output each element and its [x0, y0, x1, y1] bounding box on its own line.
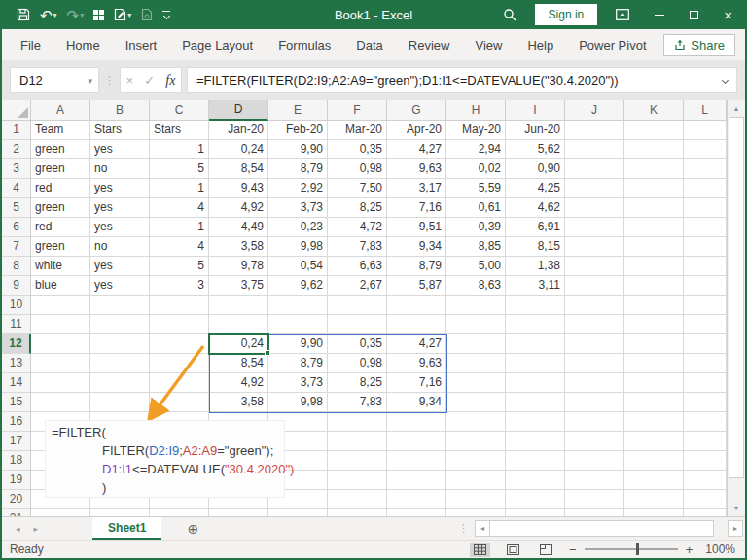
cell-K14[interactable] [624, 373, 684, 393]
cell-K3[interactable] [624, 159, 684, 179]
cell-I19[interactable] [506, 471, 565, 490]
cell-E12[interactable]: 9,90 [268, 334, 328, 354]
cell-H20[interactable] [446, 490, 506, 509]
cell-B6[interactable]: yes [90, 218, 150, 237]
cell-J8[interactable] [565, 257, 624, 276]
cell-L20[interactable] [684, 490, 727, 509]
annotation-arrow[interactable] [138, 341, 216, 429]
sheet-tab-sheet1[interactable]: Sheet1 [92, 517, 161, 540]
tab-help[interactable]: Help [515, 38, 566, 52]
cell-G6[interactable]: 9,51 [387, 218, 446, 237]
tab-splitter-icon[interactable]: ⋮ [458, 522, 469, 535]
row-header-15[interactable]: 15 [2, 393, 31, 412]
cell-A12[interactable] [31, 334, 90, 354]
next-sheet-icon[interactable]: ▸ [34, 524, 39, 534]
cell-F12[interactable]: 0,35 [328, 334, 387, 354]
row-header-11[interactable]: 11 [2, 315, 31, 334]
cell-L12[interactable] [684, 334, 727, 354]
cell-D14[interactable]: 4,92 [209, 373, 268, 393]
normal-view-icon[interactable] [470, 542, 490, 557]
cell-I8[interactable]: 1,38 [506, 257, 565, 276]
cell-I11[interactable] [506, 315, 565, 334]
cell-D12[interactable]: 0,24 [209, 334, 268, 354]
cell-F21[interactable] [328, 509, 387, 516]
cell-I17[interactable] [506, 432, 565, 451]
cell-L6[interactable] [684, 218, 727, 237]
cell-F1[interactable]: Mar-20 [328, 121, 387, 140]
cell-G2[interactable]: 4,27 [387, 140, 446, 159]
row-header-9[interactable]: 9 [2, 276, 31, 296]
cell-K5[interactable] [624, 198, 684, 218]
cell-I1[interactable]: Jun-20 [506, 121, 565, 140]
cell-F10[interactable] [328, 296, 387, 315]
cell-B8[interactable]: yes [90, 257, 150, 276]
minimize-button[interactable] [642, 0, 677, 29]
cell-E5[interactable]: 3,73 [268, 198, 328, 218]
cell-G16[interactable] [387, 412, 446, 432]
cell-E14[interactable]: 3,73 [268, 373, 328, 393]
cell-H19[interactable] [446, 471, 506, 490]
vertical-scrollbar[interactable]: ▴ ▾ [727, 100, 745, 516]
cell-J2[interactable] [565, 140, 624, 159]
search-icon[interactable] [490, 0, 529, 29]
row-header-13[interactable]: 13 [2, 354, 31, 373]
cell-B21[interactable] [90, 509, 150, 516]
cell-A9[interactable]: blue [31, 276, 90, 296]
column-header-F[interactable]: F [328, 100, 387, 121]
cell-J6[interactable] [565, 218, 624, 237]
cell-L10[interactable] [684, 296, 727, 315]
cell-G14[interactable]: 7,16 [387, 373, 446, 393]
cell-F17[interactable] [328, 432, 387, 451]
cell-G20[interactable] [387, 490, 446, 509]
cell-E9[interactable]: 9,62 [268, 276, 328, 296]
cell-G12[interactable]: 4,27 [387, 334, 446, 354]
cell-J9[interactable] [565, 276, 624, 296]
page-layout-view-icon[interactable] [503, 542, 523, 557]
cell-D8[interactable]: 9,78 [209, 257, 268, 276]
cell-D10[interactable] [209, 296, 268, 315]
cell-I7[interactable]: 8,15 [506, 237, 565, 257]
cell-A14[interactable] [31, 373, 90, 393]
cell-E13[interactable]: 8,79 [268, 354, 328, 373]
cell-B7[interactable]: no [90, 237, 150, 257]
cell-F13[interactable]: 0,98 [328, 354, 387, 373]
cell-B9[interactable]: yes [90, 276, 150, 296]
cell-H13[interactable] [446, 354, 506, 373]
cell-D2[interactable]: 0,24 [209, 140, 268, 159]
cell-D6[interactable]: 4,49 [209, 218, 268, 237]
document-icon[interactable] [138, 4, 156, 25]
zoom-out-icon[interactable]: − [569, 542, 577, 557]
ribbon-display-options-icon[interactable] [603, 0, 642, 29]
cell-K12[interactable] [624, 334, 684, 354]
formula-annotation-box[interactable]: =FILTER(FILTER(D2:I9;A2:A9="green");D1:I… [45, 420, 285, 498]
row-header-20[interactable]: 20 [2, 490, 31, 509]
cell-D5[interactable]: 4,92 [209, 198, 268, 218]
cell-F18[interactable] [328, 451, 387, 471]
horizontal-scrollbar-thumb[interactable] [490, 520, 714, 537]
cell-B4[interactable]: yes [90, 179, 150, 198]
cell-I12[interactable] [506, 334, 565, 354]
scroll-left-icon[interactable]: ◂ [475, 520, 490, 537]
cell-J15[interactable] [565, 393, 624, 412]
row-header-6[interactable]: 6 [2, 218, 31, 237]
cell-K20[interactable] [624, 490, 684, 509]
column-header-D[interactable]: D [209, 100, 268, 121]
cell-J20[interactable] [565, 490, 624, 509]
row-header-19[interactable]: 19 [2, 471, 31, 490]
cell-H5[interactable]: 0,61 [446, 198, 506, 218]
cell-C21[interactable] [150, 509, 209, 516]
cell-C11[interactable] [150, 315, 209, 334]
cell-H21[interactable] [446, 509, 506, 516]
cell-D13[interactable]: 8,54 [209, 354, 268, 373]
cell-L2[interactable] [684, 140, 727, 159]
cell-K1[interactable] [624, 121, 684, 140]
cell-K16[interactable] [624, 412, 684, 432]
row-header-1[interactable]: 1 [2, 121, 31, 140]
cell-G3[interactable]: 9,63 [387, 159, 446, 179]
cell-F6[interactable]: 4,72 [328, 218, 387, 237]
cell-G10[interactable] [387, 296, 446, 315]
cell-G9[interactable]: 5,87 [387, 276, 446, 296]
column-header-L[interactable]: L [684, 100, 727, 121]
zoom-level[interactable]: 100% [705, 542, 735, 556]
cell-K2[interactable] [624, 140, 684, 159]
